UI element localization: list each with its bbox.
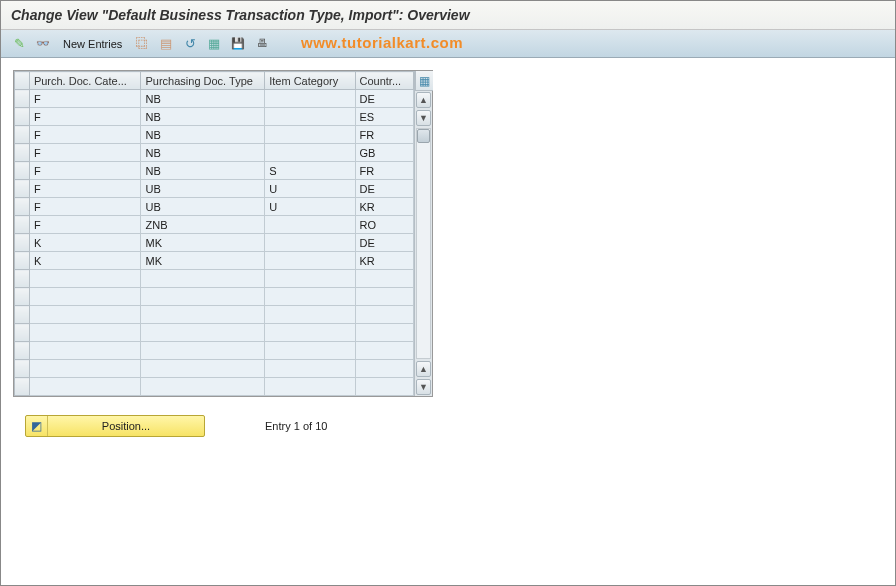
cell-c1[interactable]: MK <box>141 234 265 252</box>
cell-c1[interactable]: UB <box>141 198 265 216</box>
cell-c3[interactable]: DE <box>355 180 413 198</box>
delete-icon[interactable] <box>204 34 224 54</box>
cell-c0[interactable]: F <box>29 90 141 108</box>
cell-c1[interactable]: NB <box>141 90 265 108</box>
deselect-all-icon[interactable] <box>252 34 272 54</box>
cell-c1[interactable]: NB <box>141 162 265 180</box>
display-icon[interactable] <box>33 34 53 54</box>
empty-cell[interactable] <box>29 288 141 306</box>
empty-cell[interactable] <box>265 342 355 360</box>
row-marker[interactable] <box>15 252 30 270</box>
row-marker[interactable] <box>15 342 30 360</box>
empty-cell[interactable] <box>355 288 413 306</box>
cell-c1[interactable]: NB <box>141 108 265 126</box>
empty-cell[interactable] <box>29 360 141 378</box>
cell-c2[interactable] <box>265 234 355 252</box>
cell-c3[interactable]: GB <box>355 144 413 162</box>
empty-cell[interactable] <box>29 306 141 324</box>
cell-c2[interactable]: S <box>265 162 355 180</box>
empty-cell[interactable] <box>355 378 413 396</box>
cell-c0[interactable]: K <box>29 252 141 270</box>
empty-cell[interactable] <box>141 270 265 288</box>
column-header-purch-doc-type[interactable]: Purchasing Doc. Type <box>141 72 265 90</box>
cell-c3[interactable]: RO <box>355 216 413 234</box>
cell-c2[interactable] <box>265 108 355 126</box>
empty-cell[interactable] <box>29 378 141 396</box>
row-marker[interactable] <box>15 378 30 396</box>
empty-cell[interactable] <box>355 270 413 288</box>
new-entries-button[interactable]: New Entries <box>57 36 128 52</box>
cell-c0[interactable]: F <box>29 198 141 216</box>
empty-cell[interactable] <box>265 324 355 342</box>
select-all-icon[interactable] <box>228 34 248 54</box>
empty-cell[interactable] <box>141 288 265 306</box>
empty-cell[interactable] <box>355 306 413 324</box>
scroll-track[interactable] <box>416 128 431 359</box>
empty-cell[interactable] <box>355 360 413 378</box>
row-marker[interactable] <box>15 108 30 126</box>
empty-cell[interactable] <box>265 288 355 306</box>
cell-c3[interactable]: ES <box>355 108 413 126</box>
row-marker[interactable] <box>15 216 30 234</box>
cell-c3[interactable]: FR <box>355 126 413 144</box>
cell-c0[interactable]: F <box>29 144 141 162</box>
position-button[interactable]: Position... <box>25 415 205 437</box>
empty-cell[interactable] <box>355 324 413 342</box>
row-marker[interactable] <box>15 270 30 288</box>
row-marker[interactable] <box>15 198 30 216</box>
row-marker[interactable] <box>15 126 30 144</box>
cell-c0[interactable]: F <box>29 162 141 180</box>
scroll-down-button[interactable]: ▼ <box>416 110 431 126</box>
empty-cell[interactable] <box>141 306 265 324</box>
empty-cell[interactable] <box>29 342 141 360</box>
empty-cell[interactable] <box>265 378 355 396</box>
cell-c0[interactable]: F <box>29 108 141 126</box>
empty-cell[interactable] <box>29 270 141 288</box>
cell-c3[interactable]: FR <box>355 162 413 180</box>
scroll-down-page-button[interactable]: ▼ <box>416 379 431 395</box>
empty-cell[interactable] <box>265 270 355 288</box>
cell-c0[interactable]: F <box>29 216 141 234</box>
cell-c2[interactable] <box>265 126 355 144</box>
cell-c0[interactable]: F <box>29 126 141 144</box>
empty-cell[interactable] <box>265 306 355 324</box>
copy-icon[interactable] <box>132 34 152 54</box>
cell-c2[interactable] <box>265 216 355 234</box>
empty-cell[interactable] <box>141 324 265 342</box>
cell-c2[interactable] <box>265 252 355 270</box>
cell-c2[interactable] <box>265 90 355 108</box>
empty-cell[interactable] <box>355 342 413 360</box>
cell-c1[interactable]: NB <box>141 144 265 162</box>
empty-cell[interactable] <box>141 342 265 360</box>
cell-c2[interactable] <box>265 144 355 162</box>
empty-cell[interactable] <box>141 378 265 396</box>
cell-c3[interactable]: DE <box>355 234 413 252</box>
row-marker[interactable] <box>15 234 30 252</box>
cell-c1[interactable]: MK <box>141 252 265 270</box>
scroll-thumb[interactable] <box>417 129 430 143</box>
row-marker[interactable] <box>15 162 30 180</box>
row-marker[interactable] <box>15 288 30 306</box>
row-marker[interactable] <box>15 144 30 162</box>
cell-c3[interactable]: KR <box>355 198 413 216</box>
column-header-purch-doc-cat[interactable]: Purch. Doc. Cate... <box>29 72 141 90</box>
row-marker-header[interactable] <box>15 72 30 90</box>
cell-c2[interactable]: U <box>265 198 355 216</box>
empty-cell[interactable] <box>265 360 355 378</box>
column-header-country[interactable]: Countr... <box>355 72 413 90</box>
cell-c1[interactable]: NB <box>141 126 265 144</box>
empty-cell[interactable] <box>141 360 265 378</box>
cell-c1[interactable]: UB <box>141 180 265 198</box>
empty-cell[interactable] <box>29 324 141 342</box>
copy-as-icon[interactable] <box>156 34 176 54</box>
cell-c2[interactable]: U <box>265 180 355 198</box>
column-header-item-category[interactable]: Item Category <box>265 72 355 90</box>
row-marker[interactable] <box>15 324 30 342</box>
undo-icon[interactable] <box>180 34 200 54</box>
row-marker[interactable] <box>15 180 30 198</box>
row-marker[interactable] <box>15 90 30 108</box>
scroll-up-page-button[interactable]: ▲ <box>416 361 431 377</box>
cell-c3[interactable]: DE <box>355 90 413 108</box>
scroll-up-button[interactable]: ▲ <box>416 92 431 108</box>
change-icon[interactable] <box>9 34 29 54</box>
